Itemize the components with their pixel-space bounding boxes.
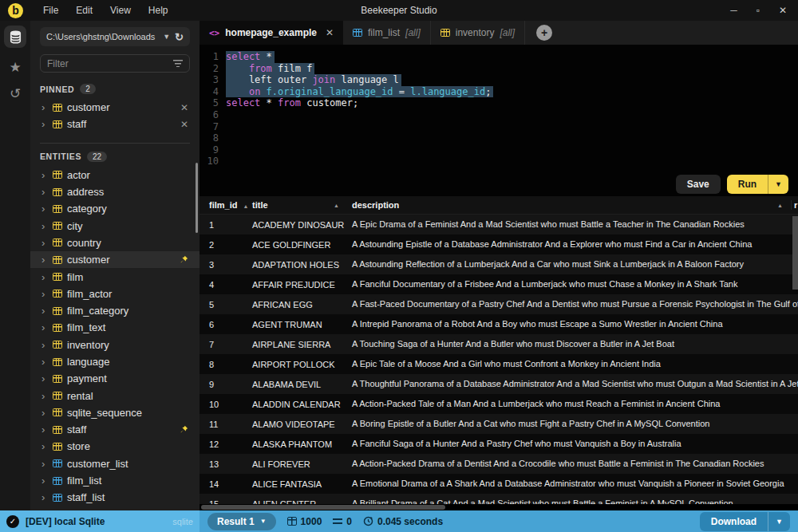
history-icon[interactable]: ↺ [10,87,21,100]
editor-line-10[interactable]: 10 [200,156,798,167]
chevron-right-icon[interactable]: › [41,356,48,368]
cell-film-id[interactable]: 2 [200,240,246,250]
chevron-right-icon[interactable]: › [41,220,48,232]
cell-description[interactable]: A Intrepid Panorama of a Robot And a Boy… [347,314,798,334]
cell-title[interactable]: AFRICAN EGG [246,300,347,309]
chevron-right-icon[interactable]: › [41,339,48,351]
table-row[interactable]: 1ACADEMY DINOSAURA Epic Drama of a Femin… [200,215,798,234]
filter-field[interactable] [40,54,190,73]
chevron-right-icon[interactable]: › [41,440,48,452]
entity-item-category[interactable]: ›category [40,200,190,217]
menu-edit[interactable]: Edit [76,5,93,16]
connection-dropdown[interactable]: C:\Users\ghstng\Downloads ▼ ↻ [40,27,190,46]
entity-item-film_text[interactable]: ›film_text [40,319,190,336]
cell-description[interactable]: A Astounding Reflection of a Lumberjack … [347,254,798,274]
entity-item-store[interactable]: ›store [40,438,190,455]
cell-title[interactable]: ACE GOLDFINGER [246,240,347,250]
chevron-right-icon[interactable]: › [41,271,48,283]
download-options-caret[interactable]: ▼ [768,512,790,531]
cell-film-id[interactable]: 4 [200,280,246,290]
chevron-right-icon[interactable]: › [41,509,48,510]
entity-item-staff[interactable]: ›staff [40,421,190,438]
run-button[interactable]: Run [727,175,768,194]
connection-status[interactable]: ✓ [DEV] local Sqlite sqlite [0,510,200,532]
editor-line-7[interactable]: 7 [200,121,798,133]
entity-item-country[interactable]: ›country [40,234,190,251]
cell-film-id[interactable]: 6 [200,320,246,329]
tab-inventory[interactable]: inventory [all] [431,21,525,45]
column-header-title[interactable]: title▲ [246,200,347,210]
results-horizontal-scrollbar[interactable] [200,504,798,510]
table-row[interactable]: 12ALASKA PHANTOMA Fanciful Saga of a Hun… [200,434,798,454]
cell-film-id[interactable]: 10 [200,400,246,409]
table-row[interactable]: 7AIRPLANE SIERRAA Touching Saga of a Hun… [200,334,798,354]
download-button[interactable]: Download [700,512,768,531]
cell-description[interactable]: A Astounding Epistle of a Database Admin… [347,234,798,254]
editor-line-9[interactable]: 9 [200,144,798,156]
column-header-film-id[interactable]: film_id▲ [200,200,246,210]
cell-description[interactable]: A Boring Epistle of a Butler And a Cat w… [347,414,798,434]
chevron-right-icon[interactable]: › [41,491,48,503]
table-row[interactable]: 14ALICE FANTASIAA Emotional Drama of a A… [200,474,798,494]
entity-item-film_list[interactable]: ›film_list [40,472,190,489]
cell-description[interactable]: A Fanciful Saga of a Hunter And a Pastry… [347,434,798,454]
entity-item-actor[interactable]: ›actor [40,167,190,183]
entity-item-payment[interactable]: ›payment [40,370,190,387]
entity-item-address[interactable]: ›address [40,183,190,200]
chevron-right-icon[interactable]: › [41,169,48,181]
entity-item-film_actor[interactable]: ›film_actor [40,286,190,302]
unpin-close-icon[interactable]: ✕ [180,102,188,113]
chevron-right-icon[interactable]: › [41,305,48,317]
sort-asc-icon[interactable]: ▲ [334,203,339,208]
filter-input[interactable] [47,58,173,69]
menu-help[interactable]: Help [148,5,168,16]
editor-line-2[interactable]: 2 from film f [200,63,798,75]
pin-icon[interactable] [180,255,188,264]
database-panel-button[interactable] [4,26,26,48]
chevron-right-icon[interactable]: › [41,254,48,266]
chevron-right-icon[interactable]: › [41,458,48,470]
chevron-right-icon[interactable]: › [41,372,48,384]
cell-film-id[interactable]: 1 [200,220,246,230]
new-tab-button[interactable]: + [536,25,552,41]
pinned-item-customer[interactable]: ›customer✕ [40,99,190,116]
cell-film-id[interactable]: 7 [200,340,246,349]
unpin-close-icon[interactable]: ✕ [180,119,188,130]
editor-line-3[interactable]: 3 left outer join language l [200,74,798,86]
cell-title[interactable]: ACADEMY DINOSAUR [246,220,347,230]
table-row[interactable]: 8AIRPORT POLLOCKA Epic Tale of a Moose A… [200,354,798,374]
cell-description[interactable]: A Thoughtful Panorama of a Database Admi… [347,374,798,394]
cell-title[interactable]: ALAMO VIDEOTAPE [246,420,347,429]
cell-film-id[interactable]: 11 [200,420,246,429]
cell-film-id[interactable]: 3 [200,260,246,270]
table-row[interactable]: 9ALABAMA DEVILA Thoughtful Panorama of a… [200,374,798,394]
chevron-right-icon[interactable]: › [41,424,48,435]
cell-description[interactable]: A Emotional Drama of a A Shark And a Dat… [347,474,798,494]
cell-description[interactable]: A Fanciful Documentary of a Frisbee And … [347,274,798,294]
entity-item-language[interactable]: ›language [40,353,190,370]
sql-editor[interactable]: 1select *2 from film f3 left outer join … [200,45,798,172]
cell-title[interactable]: ADAPTATION HOLES [246,260,347,270]
table-row[interactable]: 6AGENT TRUMANA Intrepid Panorama of a Ro… [200,314,798,334]
chevron-right-icon[interactable]: › [41,118,48,130]
refresh-icon[interactable]: ↻ [175,31,184,43]
close-tab-icon[interactable]: ✕ [326,27,334,38]
table-row[interactable]: 15ALIEN CENTERA Brilliant Drama of a Cat… [200,494,798,504]
chevron-right-icon[interactable]: › [41,203,48,215]
chevron-right-icon[interactable]: › [41,390,48,402]
cell-title[interactable]: ALI FOREVER [246,459,347,469]
chevron-right-icon[interactable]: › [41,475,48,487]
pin-icon[interactable] [180,425,188,434]
cell-title[interactable]: AFFAIR PREJUDICE [246,280,347,290]
cell-description[interactable]: A Action-Packed Tale of a Man And a Lumb… [347,394,798,414]
editor-line-8[interactable]: 8 [200,132,798,144]
cell-film-id[interactable]: 8 [200,360,246,369]
column-header-description[interactable]: description▲ [347,200,791,210]
table-row[interactable]: 5AFRICAN EGGA Fast-Paced Documentary of … [200,294,798,314]
table-row[interactable]: 3ADAPTATION HOLESA Astounding Reflection… [200,254,798,274]
entity-item-customer_list[interactable]: ›customer_list [40,455,190,472]
sort-asc-icon[interactable]: ▲ [777,203,783,208]
chevron-right-icon[interactable]: › [41,321,48,333]
column-header-next-partial[interactable]: r [791,200,798,210]
entity-item-film_category[interactable]: ›film_category [40,302,190,319]
